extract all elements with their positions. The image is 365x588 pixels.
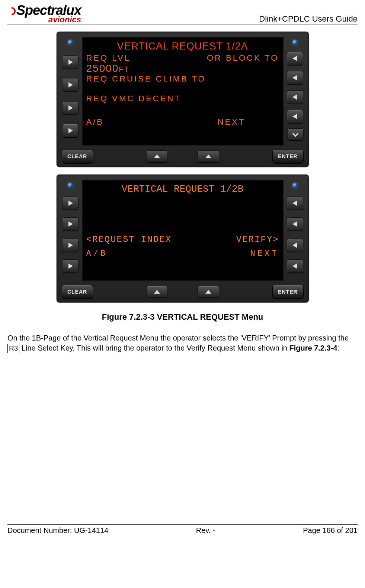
cdu-device-a: VERTICAL REQUEST 1/2A REQ LVL OR BLOCK T… [57, 32, 309, 167]
svg-marker-7 [292, 114, 297, 119]
paragraph-text-mid: Line Select Key. This will bring the ope… [19, 344, 289, 352]
right-key-column [286, 37, 304, 146]
lsk-l2-button[interactable] [62, 78, 79, 92]
enter-button[interactable]: ENTER [272, 149, 304, 163]
cdu-screen-b: VERTICAL REQUEST 1/2B <REQUEST INDEX VER… [82, 180, 284, 281]
lsk-r2-button[interactable] [287, 71, 303, 84]
led-indicator-icon [68, 183, 73, 188]
altitude-value: 25000 [86, 63, 119, 74]
lsk-r4-button[interactable] [287, 110, 303, 123]
svg-marker-0 [68, 60, 73, 65]
arrow-up-left-button[interactable] [146, 286, 168, 298]
page-footer: Document Number: UG-14114 Rev. - Page 16… [7, 524, 358, 535]
revision: Rev. - [196, 526, 215, 535]
right-key-column [286, 180, 304, 281]
left-key-column [62, 180, 79, 281]
svg-marker-16 [292, 243, 297, 248]
svg-marker-3 [68, 128, 73, 133]
ab-toggle-label: A/B [86, 117, 104, 127]
lsk-l3-button[interactable] [62, 101, 79, 115]
altitude-unit: FT [119, 65, 129, 73]
arrow-up-right-button[interactable] [198, 286, 219, 298]
next-label: NEXT [250, 249, 279, 258]
lsk-l4-button[interactable] [62, 124, 79, 137]
logo: Spectralux avionics [7, 4, 81, 24]
svg-marker-6 [292, 95, 297, 100]
figure-caption: Figure 7.2.3-3 VERTICAL REQUEST Menu [102, 312, 263, 322]
document-title: Dlink+CPDLC Users Guide [259, 14, 358, 24]
lsk-l1-button[interactable] [62, 55, 79, 69]
svg-marker-9 [205, 154, 211, 158]
screen-title: VERTICAL REQUEST 1/2A [86, 41, 279, 52]
req-vmc-descent-label: REQ VMC DECENT [86, 93, 279, 104]
svg-marker-18 [154, 290, 160, 294]
clear-button[interactable]: CLEAR [62, 285, 93, 299]
lsk-r1-button[interactable] [287, 196, 303, 210]
lsk-l2-button[interactable] [62, 217, 79, 231]
paragraph-text-post: : [337, 344, 339, 352]
lsk-l1-button[interactable] [62, 196, 79, 210]
cdu-device-b: VERTICAL REQUEST 1/2B <REQUEST INDEX VER… [57, 175, 309, 303]
svg-marker-13 [68, 263, 73, 269]
cdu-screen-a: VERTICAL REQUEST 1/2A REQ LVL OR BLOCK T… [82, 37, 284, 146]
svg-marker-5 [292, 75, 297, 80]
svg-marker-4 [292, 56, 297, 61]
svg-marker-17 [292, 263, 297, 269]
lsk-l3-button[interactable] [62, 239, 79, 252]
r3-key-reference: R3 [7, 344, 19, 353]
lsk-r1-button[interactable] [287, 52, 303, 65]
aux-down-button[interactable] [287, 128, 304, 140]
svg-marker-14 [292, 201, 297, 206]
left-key-column [62, 37, 79, 146]
document-number: Document Number: UG-14114 [7, 526, 108, 535]
arrow-up-right-button[interactable] [198, 150, 219, 162]
svg-marker-15 [292, 221, 297, 227]
svg-marker-11 [68, 221, 73, 227]
svg-marker-1 [68, 82, 73, 87]
svg-marker-10 [68, 201, 73, 206]
led-indicator-icon [292, 183, 298, 188]
lsk-r3-button[interactable] [287, 90, 303, 104]
clear-button[interactable]: CLEAR [62, 149, 93, 163]
lsk-r2-button[interactable] [287, 217, 303, 231]
svg-marker-19 [205, 290, 211, 294]
screen-title: VERTICAL REQUEST 1/2B [86, 183, 279, 195]
req-cruise-climb-label: REQ CRUISE CLIMB TO [86, 74, 279, 84]
page-header: Spectralux avionics Dlink+CPDLC Users Gu… [7, 4, 358, 25]
led-indicator-icon [68, 40, 73, 45]
body-paragraph: On the 1B-Page of the Vertical Request M… [7, 333, 358, 353]
enter-button[interactable]: ENTER [272, 285, 304, 299]
verify-label: VERIFY> [236, 234, 279, 245]
lsk-r3-button[interactable] [287, 239, 303, 252]
svg-marker-12 [68, 243, 73, 248]
req-lvl-label: REQ LVL [86, 53, 131, 63]
svg-marker-2 [68, 105, 73, 111]
or-block-to-label: OR BLOCK TO [207, 53, 279, 63]
ab-toggle-label: A/B [86, 249, 108, 258]
led-indicator-icon [292, 40, 298, 45]
lsk-l4-button[interactable] [62, 259, 79, 273]
arrow-up-left-button[interactable] [146, 150, 168, 162]
request-index-label: <REQUEST INDEX [86, 234, 172, 245]
page-number: Page 166 of 201 [303, 526, 358, 535]
figure-reference: Figure 7.2.3-4 [289, 344, 337, 352]
paragraph-text-pre: On the 1B-Page of the Vertical Request M… [7, 334, 349, 342]
lsk-r4-button[interactable] [287, 259, 303, 273]
next-label: NEXT [218, 117, 246, 127]
svg-marker-8 [154, 154, 160, 158]
